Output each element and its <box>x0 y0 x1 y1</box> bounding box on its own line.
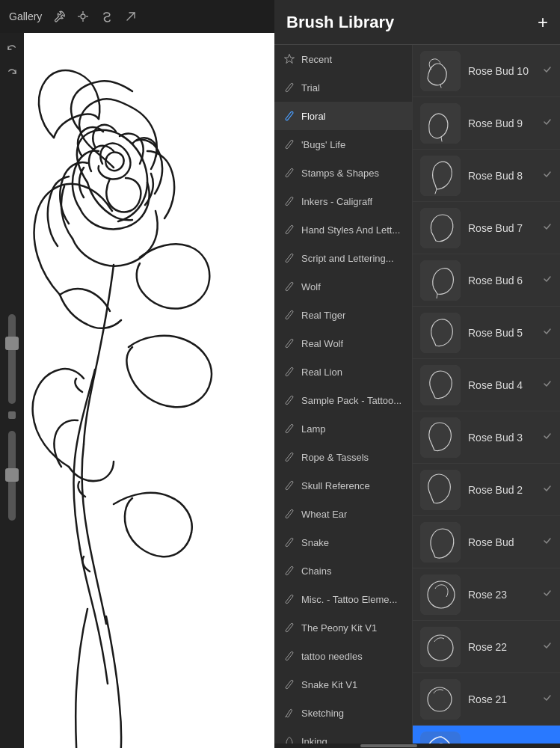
category-item-bugs-life[interactable]: 'Bugs' Life <box>274 130 412 159</box>
category-item-snake-kit[interactable]: Snake Kit V1 <box>274 670 412 699</box>
category-name-stamps-shapes: Stamps & Shapes <box>301 168 379 179</box>
size-slider[interactable] <box>8 314 16 404</box>
brush-name-rose-bud-9: Rose Bud 9 <box>468 117 539 129</box>
brush-check-rose-bud-10 <box>542 64 553 77</box>
s-tool-button[interactable] <box>100 10 114 23</box>
brush-item-rose-bud-9[interactable]: Rose Bud 9 <box>413 97 560 150</box>
arrow-tool-icon <box>124 10 138 23</box>
category-item-wolf[interactable]: Wolf <box>274 272 412 301</box>
category-icon-snake-kit <box>282 677 297 692</box>
category-name-real-wolf: Real Wolf <box>301 338 343 349</box>
category-item-stamps-shapes[interactable]: Stamps & Shapes <box>274 159 412 187</box>
brush-preview-rose-22 <box>420 627 461 667</box>
category-name-real-tiger: Real Tiger <box>301 310 345 321</box>
category-item-skull-reference[interactable]: Skull Reference <box>274 471 412 500</box>
brush-item-rose-bud-5[interactable]: Rose Bud 5 <box>413 307 560 359</box>
category-item-sketching[interactable]: Sketching <box>274 699 412 727</box>
category-icon-stamps-shapes <box>282 165 297 180</box>
brush-item-rose-bud-6[interactable]: Rose Bud 6 <box>413 254 560 307</box>
category-name-wolf: Wolf <box>301 281 321 292</box>
category-name-skull-reference: Skull Reference <box>301 480 370 491</box>
category-name-floral: Floral <box>301 111 326 122</box>
category-name-trial: Trial <box>301 82 320 94</box>
brush-check-rose-bud-4 <box>542 378 553 391</box>
brush-item-rose-bud-2[interactable]: Rose Bud 2 <box>413 464 560 516</box>
category-name-sample-pack: Sample Pack - Tattoo... <box>301 395 401 406</box>
brush-item-rose-23[interactable]: Rose 23 <box>413 568 560 621</box>
wrench-icon <box>52 10 66 23</box>
category-icon-tattoo-needles <box>282 649 297 663</box>
brush-item-rose-21[interactable]: Rose 21 <box>413 673 560 726</box>
brush-check-rose-bud-6 <box>542 274 553 286</box>
brush-content: RecentTrialFloral'Bugs' LifeStamps & Sha… <box>274 45 560 744</box>
category-item-real-wolf[interactable]: Real Wolf <box>274 329 412 358</box>
category-name-lamp: Lamp <box>301 423 326 435</box>
category-icon-sample-pack <box>282 393 297 408</box>
opacity-slider-thumb[interactable] <box>5 468 19 482</box>
category-icon-bugs-life <box>282 137 297 152</box>
category-item-inkers-caligraff[interactable]: Inkers - Caligraff <box>274 187 412 215</box>
brush-item-rose-bud-7[interactable]: Rose Bud 7 <box>413 202 560 254</box>
rose-drawing <box>24 33 277 748</box>
category-icon-rope-tassels <box>282 450 297 465</box>
category-icon-real-wolf <box>282 336 297 351</box>
svg-line-21 <box>437 294 437 298</box>
brush-check-rose-bud-5 <box>542 326 553 339</box>
rose-svg <box>24 33 277 748</box>
arrow-tool-button[interactable] <box>124 10 138 23</box>
category-name-inkers-caligraff: Inkers - Caligraff <box>301 196 372 207</box>
svg-line-5 <box>127 13 135 20</box>
brush-item-rose-bud-10[interactable]: Rose Bud 10 <box>413 45 560 97</box>
size-slider-thumb[interactable] <box>5 337 19 350</box>
svg-marker-10 <box>285 55 295 64</box>
category-item-floral[interactable]: Floral <box>274 102 412 130</box>
brush-preview-rose-bud-10 <box>420 51 461 91</box>
magic-wand-icon <box>76 10 90 23</box>
category-item-real-lion[interactable]: Real Lion <box>274 358 412 386</box>
add-brush-button[interactable]: + <box>538 13 548 31</box>
redo-button[interactable] <box>1 63 22 84</box>
category-item-tattoo-needles[interactable]: tattoo needles <box>274 642 412 670</box>
brush-check-rose-21 <box>542 693 553 705</box>
brush-name-rose-22: Rose 22 <box>468 641 539 653</box>
brush-check-rose-bud-7 <box>542 221 553 234</box>
wrench-button[interactable] <box>52 10 66 23</box>
category-item-wheat-ear[interactable]: Wheat Ear <box>274 500 412 528</box>
brush-item-rose-bud-4[interactable]: Rose Bud 4 <box>413 359 560 411</box>
category-icon-real-tiger <box>282 307 297 322</box>
category-item-snake[interactable]: Snake <box>274 528 412 557</box>
brush-item-rose-20[interactable]: Rose 20 <box>413 726 560 744</box>
category-item-inking[interactable]: Inking <box>274 727 412 744</box>
category-item-chains[interactable]: Chains <box>274 557 412 585</box>
brush-check-rose-bud-3 <box>542 431 553 444</box>
brush-item-rose-bud-8[interactable]: Rose Bud 8 <box>413 150 560 202</box>
brush-check-rose-23 <box>542 588 553 601</box>
brush-name-rose-21: Rose 21 <box>468 693 539 705</box>
category-item-trial[interactable]: Trial <box>274 73 412 102</box>
category-item-hand-styles[interactable]: Hand Styles And Lett... <box>274 215 412 244</box>
svg-point-23 <box>428 635 453 660</box>
category-item-peony-kit[interactable]: The Peony Kit V1 <box>274 613 412 642</box>
category-item-lamp[interactable]: Lamp <box>274 414 412 443</box>
category-item-misc-tattoo[interactable]: Misc. - Tattoo Eleme... <box>274 585 412 613</box>
category-item-script-lettering[interactable]: Script and Lettering... <box>274 244 412 272</box>
undo-button[interactable] <box>1 39 22 60</box>
brush-preview-rose-bud-3 <box>420 417 461 458</box>
brush-item-rose-bud-3[interactable]: Rose Bud 3 <box>413 411 560 464</box>
brush-name-rose-bud-10: Rose Bud 10 <box>468 65 539 77</box>
gallery-button[interactable]: Gallery <box>9 10 42 22</box>
brush-preview-rose-bud-7 <box>420 208 461 248</box>
brush-item-rose-bud[interactable]: Rose Bud <box>413 516 560 568</box>
brush-item-rose-22[interactable]: Rose 22 <box>413 621 560 673</box>
category-icon-script-lettering <box>282 251 297 266</box>
brush-check-rose-22 <box>542 640 553 653</box>
opacity-slider[interactable] <box>8 431 16 521</box>
category-item-sample-pack[interactable]: Sample Pack - Tattoo... <box>274 386 412 414</box>
category-icon-skull-reference <box>282 478 297 493</box>
brush-name-rose-bud-3: Rose Bud 3 <box>468 432 539 444</box>
category-item-rope-tassels[interactable]: Rope & Tassels <box>274 443 412 471</box>
magic-wand-button[interactable] <box>76 10 90 23</box>
category-item-real-tiger[interactable]: Real Tiger <box>274 301 412 329</box>
category-name-snake: Snake <box>301 537 329 548</box>
category-item-recent[interactable]: Recent <box>274 45 412 73</box>
